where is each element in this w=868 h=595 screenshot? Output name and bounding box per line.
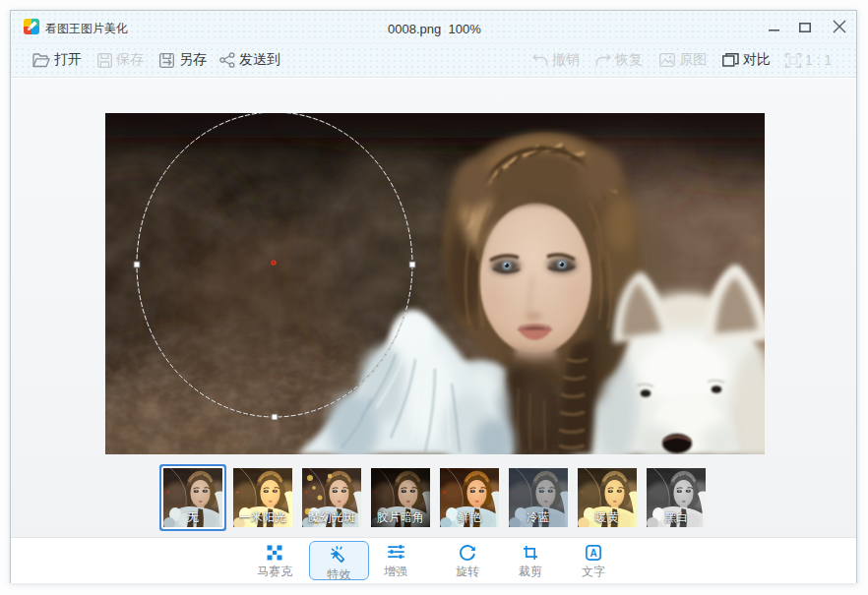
svg-text:A: A (589, 548, 596, 559)
